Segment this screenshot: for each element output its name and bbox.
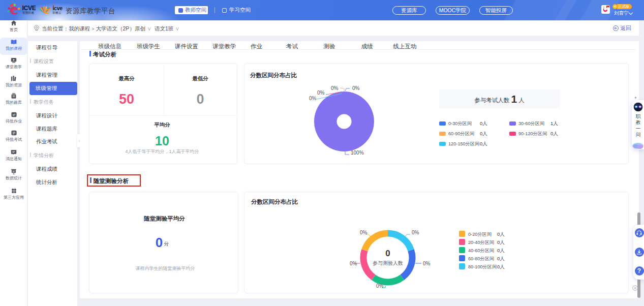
- svg-text:0: 0: [385, 249, 390, 258]
- svg-text:0%: 0%: [423, 261, 431, 266]
- svg-text:0%: 0%: [376, 283, 384, 289]
- svg-text:0%: 0%: [412, 230, 419, 235]
- svg-text:0%: 0%: [350, 261, 357, 266]
- svg-text:智慧职教: 智慧职教: [22, 11, 34, 15]
- svg-text:职教云: 职教云: [53, 11, 62, 15]
- svg-text:icve: icve: [53, 5, 63, 11]
- svg-text:100%: 100%: [351, 150, 364, 156]
- svg-text:0%: 0%: [309, 96, 317, 101]
- svg-text:0%: 0%: [360, 230, 367, 235]
- svg-text:0%: 0%: [317, 90, 325, 96]
- svg-text:参与测验人数: 参与测验人数: [373, 260, 403, 266]
- svg-text:0%: 0%: [352, 85, 360, 91]
- svg-text:0%: 0%: [331, 85, 339, 91]
